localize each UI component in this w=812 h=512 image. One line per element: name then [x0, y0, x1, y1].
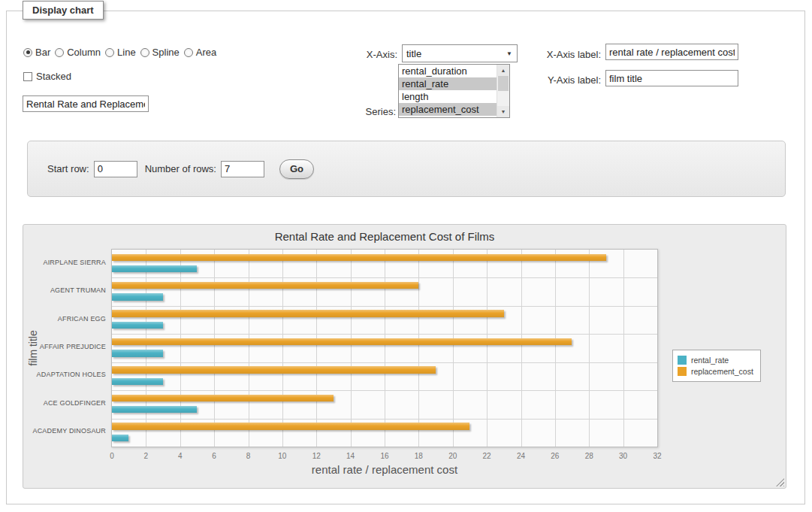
bar-rental_rate	[112, 435, 128, 441]
x-axis-title: rental rate / replacement cost	[23, 463, 746, 476]
legend-label: rental_rate	[691, 356, 729, 365]
x-tick-label: 14	[340, 452, 362, 460]
listbox-scrollbar[interactable]: ▲ ▼	[497, 65, 509, 117]
bar-rental_rate	[112, 350, 163, 356]
gridline-vertical	[623, 250, 624, 447]
gridline-vertical	[146, 250, 146, 447]
gridline-horizontal	[112, 419, 657, 420]
gridline-vertical	[385, 250, 385, 447]
bar-rental_rate	[112, 406, 197, 413]
legend-item: replacement_cost	[678, 367, 753, 376]
series-option-length[interactable]: length	[399, 90, 497, 103]
radio-bar[interactable]: Bar	[23, 47, 50, 58]
scroll-down-icon[interactable]: ▼	[497, 106, 509, 117]
gridline-vertical	[589, 250, 590, 447]
bar-replacement_cost	[112, 282, 418, 289]
series-listbox: rental_duration rental_rate length repla…	[398, 64, 510, 118]
x-tick-label: 10	[271, 452, 294, 460]
x-tick-label: 24	[510, 452, 533, 460]
start-row-label: Start row:	[47, 163, 89, 174]
radio-line-label: Line	[117, 47, 136, 58]
number-of-rows-input[interactable]	[221, 161, 264, 177]
x-tick-label: 0	[101, 452, 123, 460]
x-tick-label: 16	[373, 452, 396, 460]
bar-rental_rate	[112, 378, 163, 385]
bar-replacement_cost	[112, 338, 572, 345]
category-label: ADAPTATION HOLES	[26, 371, 106, 378]
stacked-label: Stacked	[36, 71, 71, 82]
gridline-horizontal	[112, 334, 657, 335]
series-option-replacement-cost[interactable]: replacement_cost	[399, 103, 497, 116]
x-tick-label: 2	[134, 452, 157, 460]
row-range-panel: Start row: Number of rows: Go	[27, 141, 786, 197]
radio-bar-label: Bar	[35, 47, 50, 58]
go-button[interactable]: Go	[279, 159, 314, 179]
plot-area	[111, 249, 658, 447]
radio-bar-icon	[23, 48, 32, 57]
y-axis-label-label: Y-Axis label:	[488, 74, 601, 86]
x-tick-label: 4	[169, 452, 192, 460]
radio-spline[interactable]: Spline	[140, 47, 180, 58]
x-tick-label: 32	[646, 452, 669, 460]
legend-item: rental_rate	[678, 356, 753, 365]
gridline-horizontal	[112, 277, 657, 278]
x-axis-label-label: X-Axis label:	[488, 49, 601, 60]
gridline-vertical	[453, 250, 454, 447]
gridline-vertical	[555, 250, 556, 447]
gridline-vertical	[282, 250, 283, 447]
stacked-checkbox-icon	[23, 72, 32, 81]
bar-replacement_cost	[112, 395, 334, 401]
gridline-vertical	[418, 250, 419, 447]
chart-title: Rental Rate and Replacement Cost of Film…	[23, 230, 746, 243]
resize-handle-icon[interactable]	[776, 478, 784, 486]
legend-swatch	[678, 367, 687, 376]
bar-rental_rate	[112, 293, 163, 300]
chart-legend: rental_ratereplacement_cost	[672, 350, 761, 382]
chart-title-input[interactable]	[23, 95, 149, 112]
bar-replacement_cost	[112, 423, 469, 429]
radio-area[interactable]: Area	[184, 47, 216, 58]
category-label: AFFAIR PREJUDICE	[26, 343, 106, 350]
gridline-vertical	[521, 250, 522, 447]
x-axis-select-label: X-Axis:	[322, 49, 397, 60]
bar-rental_rate	[112, 265, 197, 272]
x-tick-label: 12	[305, 452, 328, 460]
stacked-checkbox[interactable]: Stacked	[23, 71, 71, 82]
radio-line-icon	[105, 48, 114, 57]
radio-line[interactable]: Line	[105, 47, 136, 58]
radio-column[interactable]: Column	[55, 47, 101, 58]
bar-replacement_cost	[112, 366, 436, 373]
start-row-input[interactable]	[94, 161, 137, 177]
legend-label: replacement_cost	[691, 367, 753, 376]
x-axis-label-input[interactable]	[605, 44, 738, 60]
gridline-vertical	[487, 250, 488, 447]
gridline-vertical	[249, 250, 249, 447]
radio-area-label: Area	[196, 47, 216, 58]
gridline-vertical	[180, 250, 181, 447]
x-axis-select-value: title	[406, 48, 421, 59]
radio-area-icon	[184, 48, 193, 57]
category-label: AIRPLANE SIERRA	[26, 259, 106, 266]
series-option-rental-rate[interactable]: rental_rate	[399, 77, 497, 90]
x-tick-label: 18	[407, 452, 430, 460]
gridline-vertical	[351, 250, 352, 447]
bar-replacement_cost	[112, 254, 606, 261]
chart-type-radio-group: Bar Column Line Spline Area	[23, 47, 216, 58]
x-tick-label: 30	[612, 452, 635, 460]
series-option-rental-duration[interactable]: rental_duration	[399, 65, 497, 77]
bar-replacement_cost	[112, 310, 504, 317]
radio-column-label: Column	[67, 47, 101, 58]
gridline-horizontal	[112, 390, 657, 391]
radio-column-icon	[55, 48, 64, 57]
panel-legend: Display chart	[23, 1, 104, 20]
x-tick-label: 28	[578, 452, 600, 460]
chart-panel: Rental Rate and Replacement Cost of Film…	[23, 224, 786, 489]
series-listbox-label: Series:	[322, 106, 396, 117]
bar-rental_rate	[112, 322, 163, 329]
gridline-vertical	[214, 250, 215, 447]
category-label: AGENT TRUMAN	[26, 286, 106, 294]
number-of-rows-label: Number of rows:	[145, 163, 216, 174]
legend-swatch	[678, 356, 687, 365]
y-axis-label-input[interactable]	[605, 70, 738, 86]
x-tick-label: 26	[544, 452, 566, 460]
